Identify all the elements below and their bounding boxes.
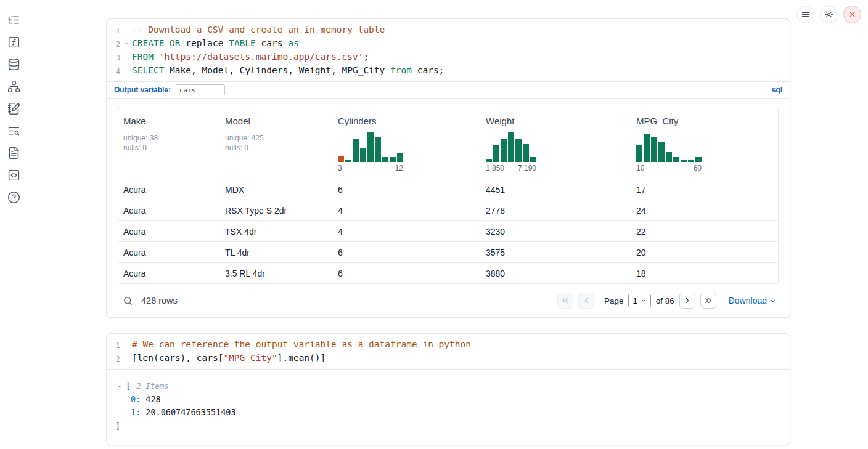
tree-item: 0: 428 <box>115 393 781 407</box>
table-header-row: Make unique: 38 nulls: 0 Model unique: 4… <box>118 108 778 179</box>
collapse-toggle-button[interactable] <box>115 382 124 390</box>
chevron-down-icon <box>769 297 776 304</box>
tree-item-value: 20.060747663551403 <box>145 406 235 419</box>
code-line: 2 CREATE OR replace TABLE cars as <box>107 37 790 51</box>
histogram-range: 10 60 <box>636 164 702 172</box>
sidebar-documentation-button[interactable] <box>6 145 22 161</box>
line-number: 3 <box>107 51 120 64</box>
settings-button[interactable] <box>820 6 838 23</box>
prev-page-button[interactable] <box>578 293 594 309</box>
tree-item-key: 0: <box>131 393 141 407</box>
sql-editor[interactable]: 1 -- Download a CSV and create an in-mem… <box>107 19 790 81</box>
sidebar-snippets-button[interactable] <box>6 167 22 183</box>
output-variable-row: Output variable: sql <box>107 81 790 98</box>
chevrons-left-icon <box>561 296 570 305</box>
python-cell-output: [ 2 Items 0: 428 1: 20.060747663551403 ] <box>107 369 790 445</box>
column-header-make: Make unique: 38 nulls: 0 <box>118 108 220 179</box>
table-row: Acura MDX 6 4451 17 <box>118 179 778 200</box>
close-bracket: ] <box>115 419 120 433</box>
column-stats: unique: 38 nulls: 0 <box>123 133 215 153</box>
notebook-menu-button[interactable] <box>796 6 814 23</box>
text-search-icon <box>7 124 20 137</box>
mpg-city-histogram <box>636 128 702 162</box>
total-pages: of 86 <box>656 296 674 305</box>
table-footer: 428 rows Page 1 of 86 <box>118 284 779 313</box>
sidebar-help-button[interactable] <box>6 189 22 205</box>
sidebar-datasources-button[interactable] <box>6 56 22 72</box>
sidebar <box>0 0 27 449</box>
page-select[interactable]: 1 <box>628 294 650 307</box>
sidebar-logs-button[interactable] <box>6 123 22 139</box>
sidebar-file-explorer-button[interactable] <box>6 12 22 28</box>
sidebar-scratchpad-button[interactable] <box>6 100 22 116</box>
data-table: Make unique: 38 nulls: 0 Model unique: 4… <box>118 108 779 284</box>
line-number: 1 <box>107 338 120 352</box>
network-icon <box>7 80 20 93</box>
table-row: Acura TL 4dr 6 3575 20 <box>118 241 778 262</box>
column-header-cylinders: Cylinders 3 12 <box>333 108 481 179</box>
tree-item: 1: 20.060747663551403 <box>115 406 781 419</box>
next-page-button[interactable] <box>679 293 695 309</box>
code-line: 1 # We can reference the output variable… <box>107 338 790 352</box>
histogram-block: 3 12 <box>338 128 403 172</box>
column-stats: unique: 425 nulls: 0 <box>225 133 328 153</box>
column-header-mpg-city: MPG_City 10 60 <box>631 108 778 179</box>
circle-help-icon <box>7 191 20 204</box>
cylinders-histogram <box>338 128 403 162</box>
notebook-pen-icon <box>7 102 20 115</box>
close-icon <box>848 10 857 19</box>
code-text: SELECT Make, Model, Cylinders, Weight, M… <box>132 64 444 78</box>
gutter <box>120 352 132 365</box>
histogram-block: 1,850 7,190 <box>486 128 536 172</box>
python-cell: 1 # We can reference the output variable… <box>106 333 790 445</box>
column-label[interactable]: Cylinders <box>338 116 377 126</box>
tree-item-key: 1: <box>131 406 141 419</box>
sql-cell-output: Make unique: 38 nulls: 0 Model unique: 4… <box>107 98 790 317</box>
gutter <box>120 338 132 352</box>
weight-histogram <box>486 128 536 162</box>
column-header-weight: Weight 1,850 7,190 <box>481 108 631 179</box>
column-label[interactable]: MPG_City <box>636 116 678 126</box>
last-page-button[interactable] <box>700 293 716 309</box>
first-page-button[interactable] <box>557 293 573 309</box>
column-label[interactable]: Model <box>225 116 250 126</box>
table-search-button[interactable] <box>120 293 135 308</box>
code-line: 3 FROM 'https://datasets.marimo.app/cars… <box>107 51 790 64</box>
code-text: [len(cars), cars["MPG_City"].mean()] <box>132 352 326 365</box>
sidebar-dependency-graph-button[interactable] <box>6 78 22 94</box>
shutdown-button[interactable] <box>843 6 861 23</box>
sidebar-variables-button[interactable] <box>6 34 22 50</box>
line-number: 1 <box>107 23 120 37</box>
download-button[interactable]: Download <box>729 296 776 305</box>
tree-root-line: [ 2 Items <box>115 379 781 393</box>
histogram-block: 10 60 <box>636 128 702 172</box>
function-square-icon <box>7 36 20 49</box>
top-controls <box>796 6 861 23</box>
histogram-range: 3 12 <box>338 164 403 172</box>
code-text: # We can reference the output variable a… <box>132 338 471 352</box>
gutter <box>120 37 132 51</box>
code-text: -- Download a CSV and create an in-memor… <box>132 23 385 37</box>
column-label[interactable]: Weight <box>486 116 514 126</box>
python-editor[interactable]: 1 # We can reference the output variable… <box>107 334 790 369</box>
fold-chevron-icon[interactable] <box>123 41 129 47</box>
line-number: 2 <box>107 37 120 51</box>
search-icon <box>123 296 133 306</box>
chevron-left-icon <box>582 296 591 305</box>
column-label[interactable]: Make <box>123 116 146 126</box>
column-header-model: Model unique: 425 nulls: 0 <box>220 108 333 179</box>
line-number: 4 <box>107 64 120 78</box>
table-row: Acura TSX 4dr 4 3230 22 <box>118 220 778 241</box>
row-count: 428 rows <box>141 296 178 305</box>
gutter <box>120 51 132 64</box>
chevron-down-icon <box>117 383 123 389</box>
file-text-icon <box>7 147 20 160</box>
output-variable-input[interactable] <box>176 84 225 95</box>
chevron-right-icon <box>683 296 692 305</box>
code-text: FROM 'https://datasets.marimo.app/cars.c… <box>132 51 369 64</box>
page-select-value: 1 <box>633 296 637 305</box>
hamburger-menu-icon <box>801 10 810 19</box>
table-row: Acura 3.5 RL 4dr 6 3880 18 <box>118 262 778 283</box>
language-badge: sql <box>772 86 782 94</box>
tree-close-line: ] <box>115 419 781 433</box>
